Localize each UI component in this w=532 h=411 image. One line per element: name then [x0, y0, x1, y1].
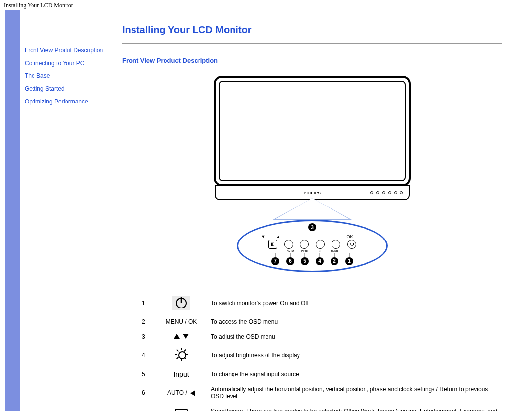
row-number: 5	[137, 366, 157, 382]
left-accent-bar	[5, 10, 20, 411]
row-icon-cell	[157, 292, 206, 314]
row-number: 1	[137, 292, 157, 314]
page-title: Installing Your LCD Monitor	[122, 24, 502, 35]
auto-back-icon: AUTO /	[157, 382, 206, 404]
bezel-dot-icon	[388, 191, 391, 194]
callout-badge-3: 3	[308, 223, 316, 231]
row-number: 4	[137, 344, 157, 366]
input-button-icon	[300, 240, 309, 249]
callout-badge: 2	[331, 257, 338, 265]
window-title: Installing Your LCD Monitor	[0, 0, 532, 10]
table-row: 6 AUTO / Automatically adjust the horizo…	[137, 382, 502, 404]
row-desc: SmartImage. There are five modes to be s…	[206, 404, 502, 411]
monitor-screen	[219, 81, 406, 181]
input-icon: Input	[157, 366, 206, 382]
brightness-button-icon	[316, 240, 325, 249]
bezel-dot-icon	[370, 191, 373, 194]
ok-label: OK	[346, 234, 353, 239]
row-number: 3	[137, 329, 157, 344]
power-icon	[172, 296, 190, 310]
tick-row: ||||||	[271, 252, 353, 257]
auto-button-icon	[284, 240, 293, 249]
smartimage-button-icon: ◧	[268, 240, 277, 249]
sidebar: Front View Produt Description Connecting…	[20, 10, 113, 411]
row-number: 6	[137, 382, 157, 404]
page-body: Front View Produt Description Connecting…	[0, 10, 532, 411]
row-number: 7	[137, 404, 157, 411]
sidebar-link-the-base[interactable]: The Base	[20, 69, 113, 82]
table-row: 4 To adjust brightness of the display	[137, 344, 502, 366]
zoom-beam	[214, 200, 411, 220]
bezel-dot-icon	[376, 191, 379, 194]
row-desc: To adjust brightness of the display	[206, 344, 502, 366]
smartimage-icon	[157, 404, 206, 411]
callout-badge: 5	[301, 257, 309, 265]
row-number: 2	[137, 314, 157, 329]
brightness-icon	[157, 344, 206, 366]
description-table: 1 To switch monitor's power On and Off 2…	[137, 292, 502, 411]
callout-badge: 6	[286, 257, 294, 265]
bezel-dot-icon	[400, 191, 403, 194]
main-content: Installing Your LCD Monitor Front View P…	[113, 10, 532, 411]
callout-numbers-row: 7 6 5 4 2 1	[271, 257, 353, 265]
brand-logo: PHILIPS	[304, 191, 321, 195]
section-heading: Front View Product Description	[122, 57, 502, 64]
table-row: 3 To adjust the OSD menu	[137, 329, 502, 344]
menu-ok-icon: MENU / OK	[157, 314, 206, 329]
table-row: 2 MENU / OK To access the OSD menu	[137, 314, 502, 329]
arrow-up-icon: ▲	[276, 234, 280, 239]
monitor-frame	[214, 76, 411, 186]
control-panel-oval: 3 ▼ ▲ OK ◧ ⏻ AUTO	[237, 220, 388, 272]
table-row: 7 SmartImage. There are five modes to be…	[137, 404, 502, 411]
row-desc: To access the OSD menu	[206, 314, 502, 329]
row-desc: To change the signal input source	[206, 366, 502, 382]
divider	[122, 43, 502, 44]
control-buttons-row: ◧ ⏻	[268, 240, 356, 249]
bezel-buttons	[370, 191, 403, 194]
sidebar-link-optimizing[interactable]: Optimizing Performance	[20, 95, 113, 108]
menu-button-icon	[332, 240, 340, 249]
bezel-dot-icon	[394, 191, 397, 194]
monitor-diagram: PHILIPS 3 ▼ ▲ OK	[214, 76, 411, 272]
bezel-dot-icon	[382, 191, 385, 194]
row-desc: To switch monitor's power On and Off	[206, 292, 502, 314]
arrow-labels: ▼ ▲ OK	[265, 234, 360, 239]
sidebar-link-front-view[interactable]: Front View Produt Description	[20, 44, 113, 57]
row-desc: To adjust the OSD menu	[206, 329, 502, 344]
arrow-down-icon: ▼	[261, 234, 266, 239]
up-down-icon	[157, 329, 206, 344]
callout-badge: 4	[316, 257, 324, 265]
table-row: 1 To switch monitor's power On and Off	[137, 292, 502, 314]
table-row: 5 Input To change the signal input sourc…	[137, 366, 502, 382]
row-desc: Automatically adjust the horizontal posi…	[206, 382, 502, 404]
callout-badge: 1	[345, 257, 353, 265]
sidebar-link-getting-started[interactable]: Getting Started	[20, 82, 113, 95]
callout-badge: 7	[271, 257, 279, 265]
power-button-icon: ⏻	[347, 240, 356, 249]
sidebar-link-connecting[interactable]: Connecting to Your PC	[20, 57, 113, 69]
